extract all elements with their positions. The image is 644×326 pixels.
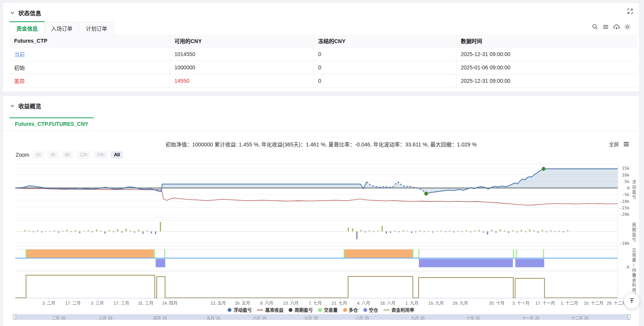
chart-tools: 全屏 [609, 140, 629, 148]
cloud-download-icon[interactable] [613, 24, 620, 30]
legend-item-资金利用率[interactable]: 资金利用率 [384, 307, 414, 313]
gear-icon[interactable] [624, 24, 631, 30]
navigator-month-label: 四月 '25 [153, 315, 167, 321]
legend-marker [343, 308, 347, 312]
x-axis-label: 17. 十一月 [535, 300, 555, 306]
navigator-month-label: 十一月 '25 [522, 315, 540, 321]
y-axis-label: 5k [625, 179, 630, 184]
legend-label: 资金利用率 [392, 307, 414, 313]
y-axis-label: -10k [620, 199, 630, 204]
status-tab-2[interactable]: 入场订单 [45, 21, 79, 35]
legend-item-多仓[interactable]: 多仓 [343, 307, 358, 313]
navigator-right-handle[interactable] [628, 315, 631, 320]
chart-context-menu-icon[interactable] [623, 141, 629, 147]
status-info-card: 状态信息 资金信息入场订单计划订单 [3, 3, 639, 92]
legend-marker [228, 308, 231, 312]
chart-navigator[interactable]: 二月 '25三月 '25四月 '25五月 '25六月 '25七月 '25八月 '… [3, 314, 639, 320]
x-axis-label: 18. 八月 [380, 300, 395, 306]
table-cell: 2025-01-06 09:00:00 [456, 61, 637, 74]
x-axis-label: 21. 七月 [332, 300, 347, 306]
legend-item-交易量[interactable]: 交易量 [318, 307, 337, 313]
x-axis-label: 23. 六月 [283, 300, 299, 306]
status-tab-3[interactable]: 计划订单 [79, 21, 114, 35]
scroll-to-top-button[interactable] [624, 293, 640, 309]
x-axis-label: 3. 十一月 [512, 300, 530, 306]
legend-marker [257, 310, 263, 310]
table-row: 初始100000002025-01-06 09:00:00 [10, 61, 637, 74]
legend-label: 空仓 [369, 307, 378, 313]
x-axis-label: 29. 九月 [453, 300, 468, 306]
navigator-left-handle[interactable] [13, 315, 16, 320]
navigator-month-label: 七月 '25 [304, 315, 318, 321]
y-axis-label: -15k [620, 206, 630, 210]
x-axis-label: 17. 三月 [114, 300, 129, 306]
overview-section-title: 收益概览 [18, 102, 41, 110]
list-icon[interactable] [602, 24, 609, 30]
x-axis-label: 9. 六月 [260, 300, 273, 306]
chevron-down-icon[interactable] [10, 10, 15, 15]
column-header: 数据时间 [456, 34, 637, 48]
legend-item-浮动盈亏[interactable]: 浮动盈亏 [228, 307, 252, 313]
column-header: 可用的CNY [170, 34, 313, 48]
legend-label: 交易量 [324, 307, 337, 313]
chart-legend: 浮动盈亏基准收益周期盈亏交易量多仓空仓资金利用率 [3, 307, 639, 313]
navigator-month-label: 八月 '25 [355, 315, 369, 321]
table-cell: 差异 [10, 74, 170, 88]
status-tab-1[interactable]: 资金信息 [10, 21, 45, 35]
x-axis-label: 3. 三月 [91, 300, 104, 306]
table-cell: 14550 [170, 74, 313, 88]
navigator-month-label: 二月 '25 [52, 315, 66, 321]
legend-label: 多仓 [349, 307, 358, 313]
table-cell: 1014550 [170, 48, 313, 61]
legend-marker [318, 308, 322, 312]
status-section-header: 状态信息 [10, 8, 41, 17]
x-axis-label: 1. 十二月 [561, 300, 578, 306]
status-tabs-row: 资金信息入场订单计划订单 [10, 21, 633, 34]
chevron-down-icon[interactable] [10, 103, 15, 108]
x-axis-label: 4. 八月 [357, 300, 370, 306]
navigator-month-label: 九月 '25 [411, 315, 425, 321]
table-cell: 0 [313, 48, 456, 61]
axis-title: 浮动盈亏 [631, 180, 637, 200]
tab-futures-ctp-futures-cny[interactable]: Futures_CTP.FUTURES_CNY [10, 117, 94, 130]
fullscreen-button[interactable]: 全屏 [609, 140, 619, 148]
legend-label: 浮动盈亏 [233, 307, 252, 313]
y-axis-label: -10k [620, 241, 630, 246]
x-axis-label: 15. 十二月 [584, 300, 603, 306]
overview-tabs-row: Futures_CTP.FUTURES_CNY [3, 117, 639, 131]
y-axis-label: -6 [625, 265, 630, 270]
x-axis-label: 15. 九月 [429, 300, 444, 306]
status-toolbar [592, 24, 631, 30]
search-icon[interactable] [592, 24, 598, 30]
legend-label: 周期盈亏 [294, 307, 313, 313]
column-header: Futures_CTP [10, 34, 170, 48]
table-cell: 0 [313, 74, 456, 88]
performance-chart[interactable]: 15k10k5k0-5k-10k-15k-20k-10k-60 浮动盈亏周期盈亏… [3, 149, 639, 326]
x-axis-label: 31. 三月 [138, 300, 153, 306]
table-cell: 2025-12-31 09:00:00 [456, 48, 637, 61]
x-axis-label: 12. 五月 [210, 300, 226, 306]
navigator-month-label: 五月 '25 [207, 315, 220, 321]
table-cell: 0 [313, 61, 456, 74]
x-axis-label: 3. 二月 [42, 300, 55, 306]
navigator-month-label: 三月 '25 [99, 315, 112, 321]
overview-section-header: 收益概览 [10, 101, 41, 110]
expand-icon[interactable] [627, 8, 633, 16]
table-cell: 1000000 [170, 61, 313, 74]
table-cell[interactable]: 当前 [10, 48, 170, 61]
legend-item-周期盈亏[interactable]: 周期盈亏 [289, 307, 313, 313]
status-section-title: 状态信息 [18, 9, 41, 17]
x-axis-label: 26. 五月 [235, 300, 250, 306]
x-axis-label: 20. 十月 [489, 300, 504, 306]
funds-table: Futures_CTP可用的CNY冻结的CNY数据时间当前10145500202… [10, 34, 637, 88]
x-axis-label: 17. 二月 [65, 300, 80, 306]
legend-label: 基准收益 [265, 307, 283, 313]
table-row: 当前101455002025-12-31 09:00:00 [10, 48, 637, 61]
legend-item-基准收益[interactable]: 基准收益 [257, 307, 283, 313]
legend-item-空仓[interactable]: 空仓 [363, 307, 378, 313]
navigator-month-label: 六月 '25 [253, 315, 267, 321]
x-axis-label: 29. 十二月 [607, 300, 626, 306]
table-cell: 初始 [10, 61, 170, 74]
table-row: 差异1455002025-12-31 09:00:00 [10, 74, 637, 88]
column-header: 冻结的CNY [313, 34, 456, 48]
